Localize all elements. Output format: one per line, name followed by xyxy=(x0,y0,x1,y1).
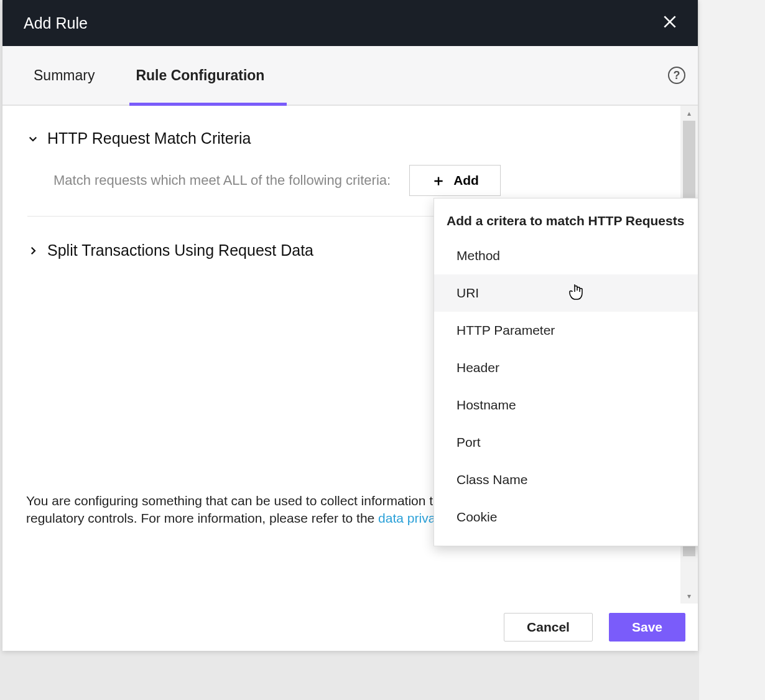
tab-summary[interactable]: Summary xyxy=(34,46,114,105)
modal-title: Add Rule xyxy=(24,14,88,32)
background-stripe xyxy=(699,0,765,700)
add-rule-modal: Add Rule Summary Rule Configuration ? xyxy=(2,0,698,651)
dropdown-item-label: URI xyxy=(457,286,479,300)
save-button[interactable]: Save xyxy=(609,613,685,642)
criteria-subtitle: Match requests which meet ALL of the fol… xyxy=(53,172,391,189)
dropdown-item-method[interactable]: Method xyxy=(434,237,698,274)
tab-label: Rule Configuration xyxy=(136,67,264,84)
question-icon: ? xyxy=(674,69,680,82)
scroll-down-arrow-icon[interactable]: ▾ xyxy=(680,589,698,604)
dropdown-item-label: Method xyxy=(457,248,500,263)
dropdown-item-label: Header xyxy=(457,360,499,375)
modal-footer: Cancel Save xyxy=(2,604,698,651)
dropdown-item-label: Cookie xyxy=(457,510,497,524)
dropdown-item-cookie[interactable]: Cookie xyxy=(434,498,698,536)
dropdown-item-http-parameter[interactable]: HTTP Parameter xyxy=(434,312,698,349)
section-title: HTTP Request Match Criteria xyxy=(47,129,251,147)
scroll-content: HTTP Request Match Criteria Match reques… xyxy=(2,106,680,604)
dropdown-item-port[interactable]: Port xyxy=(434,424,698,461)
cancel-button[interactable]: Cancel xyxy=(504,613,593,642)
dropdown-item-uri[interactable]: URI xyxy=(434,274,698,312)
help-button[interactable]: ? xyxy=(668,67,685,84)
dropdown-title: Add a critera to match HTTP Requests xyxy=(434,213,698,237)
tab-label: Summary xyxy=(34,67,95,84)
plus-icon: ＋ xyxy=(431,173,446,188)
modal-header: Add Rule xyxy=(2,0,698,46)
dropdown-item-label: HTTP Parameter xyxy=(457,323,555,337)
cancel-button-label: Cancel xyxy=(527,620,570,634)
scroll-up-arrow-icon[interactable]: ▴ xyxy=(680,106,698,121)
save-button-label: Save xyxy=(632,620,662,634)
section-header-match-criteria[interactable]: HTTP Request Match Criteria xyxy=(27,129,656,147)
dropdown-item-header[interactable]: Header xyxy=(434,349,698,386)
close-icon xyxy=(662,13,678,34)
dropdown-item-label: Hostname xyxy=(457,398,516,412)
tabs: Summary Rule Configuration xyxy=(34,46,305,105)
add-criteria-button[interactable]: ＋ Add xyxy=(409,165,501,196)
dropdown-item-class-name[interactable]: Class Name xyxy=(434,461,698,498)
close-button[interactable] xyxy=(659,11,680,35)
add-criteria-dropdown: Add a critera to match HTTP Requests Met… xyxy=(434,198,698,546)
tab-rule-configuration[interactable]: Rule Configuration xyxy=(136,46,284,105)
dropdown-item-label: Class Name xyxy=(457,472,527,487)
chevron-right-icon xyxy=(27,245,39,256)
pointer-cursor-icon xyxy=(568,283,585,306)
tab-bar: Summary Rule Configuration ? xyxy=(2,46,698,106)
dropdown-item-label: Port xyxy=(457,435,481,449)
dropdown-item-hostname[interactable]: Hostname xyxy=(434,386,698,424)
section-match-criteria: HTTP Request Match Criteria Match reques… xyxy=(2,129,680,196)
content-area: HTTP Request Match Criteria Match reques… xyxy=(2,106,698,604)
section-title: Split Transactions Using Request Data xyxy=(47,241,313,259)
chevron-down-icon xyxy=(27,133,39,144)
criteria-row: Match requests which meet ALL of the fol… xyxy=(27,165,656,196)
add-button-label: Add xyxy=(453,173,479,188)
